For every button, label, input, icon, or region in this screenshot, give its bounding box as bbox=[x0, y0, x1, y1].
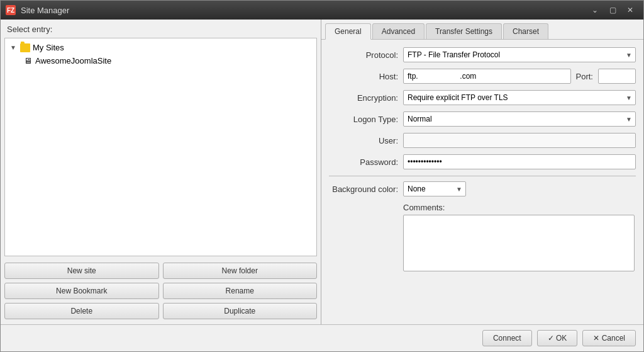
comments-textarea[interactable] bbox=[403, 215, 635, 271]
tab-advanced[interactable]: Advanced bbox=[372, 23, 425, 39]
password-row: Password: bbox=[329, 154, 636, 169]
button-bar: New site New folder New Bookmark Rename … bbox=[1, 258, 321, 324]
folder-icon bbox=[20, 43, 30, 52]
ok-button[interactable]: ✓ OK bbox=[537, 330, 578, 346]
comments-label: Comments: bbox=[403, 203, 636, 212]
bottom-bar: Connect ✓ OK ✕ Cancel bbox=[1, 324, 643, 351]
close-button[interactable]: ✕ bbox=[622, 4, 638, 16]
new-bookmark-button[interactable]: New Bookmark bbox=[4, 283, 159, 299]
encryption-select-wrapper: Require explicit FTP over TLS Use explic… bbox=[403, 90, 636, 105]
logon-type-label: Logon Type: bbox=[329, 115, 398, 124]
encryption-row: Encryption: Require explicit FTP over TL… bbox=[329, 90, 636, 105]
logon-type-row: Logon Type: Normal Anonymous Ask for pas… bbox=[329, 111, 636, 127]
host-input[interactable] bbox=[403, 69, 571, 84]
window-controls: ⌄ ▢ ✕ bbox=[587, 4, 638, 16]
protocol-select-wrapper: FTP - File Transfer Protocol SFTP - SSH … bbox=[403, 47, 636, 62]
title-bar-left: FZ Site Manager bbox=[6, 5, 69, 15]
minimize-button[interactable]: ⌄ bbox=[587, 4, 603, 16]
logon-type-select-wrapper: Normal Anonymous Ask for password Intera… bbox=[403, 111, 636, 127]
comments-area-wrapper bbox=[403, 215, 635, 273]
tree-child-label: AwesomeJoomlaSite bbox=[35, 56, 111, 65]
tree-item-my-sites[interactable]: ▼ My Sites bbox=[5, 41, 316, 54]
app-icon: FZ bbox=[6, 5, 16, 15]
user-row: User: bbox=[329, 133, 636, 148]
tab-charset[interactable]: Charset bbox=[503, 23, 548, 39]
maximize-button[interactable]: ▢ bbox=[604, 4, 621, 16]
tree-item-label: My Sites bbox=[33, 43, 64, 52]
rename-button[interactable]: Rename bbox=[163, 283, 318, 299]
protocol-select[interactable]: FTP - File Transfer Protocol SFTP - SSH … bbox=[403, 47, 636, 62]
delete-button[interactable]: Delete bbox=[4, 303, 159, 319]
right-panel: General Advanced Transfer Settings Chars… bbox=[321, 20, 643, 324]
comments-section: Comments: bbox=[329, 203, 636, 273]
app-icon-text: FZ bbox=[7, 7, 14, 14]
connect-button[interactable]: Connect bbox=[482, 330, 532, 346]
host-label: Host: bbox=[329, 72, 398, 81]
duplicate-button[interactable]: Duplicate bbox=[163, 303, 318, 319]
port-input[interactable] bbox=[598, 69, 636, 84]
tree-arrow: ▼ bbox=[10, 44, 18, 51]
server-icon: 🖥 bbox=[23, 57, 33, 65]
password-label: Password: bbox=[329, 157, 398, 167]
background-color-select[interactable]: None Red Green Blue Yellow Cyan bbox=[403, 181, 466, 196]
site-manager-window: FZ Site Manager ⌄ ▢ ✕ Select entry: ▼ My… bbox=[0, 0, 644, 352]
encryption-label: Encryption: bbox=[329, 93, 398, 103]
content-area: Select entry: ▼ My Sites 🖥 AwesomeJoomla… bbox=[1, 20, 643, 324]
password-input[interactable] bbox=[403, 154, 636, 169]
tab-general[interactable]: General bbox=[325, 23, 371, 40]
tabs: General Advanced Transfer Settings Chars… bbox=[321, 20, 643, 40]
background-color-select-wrapper: None Red Green Blue Yellow Cyan ▼ bbox=[403, 181, 466, 196]
left-panel: Select entry: ▼ My Sites 🖥 AwesomeJoomla… bbox=[1, 20, 321, 324]
encryption-select[interactable]: Require explicit FTP over TLS Use explic… bbox=[403, 90, 636, 105]
logon-type-select[interactable]: Normal Anonymous Ask for password Intera… bbox=[403, 111, 636, 127]
new-folder-button[interactable]: New folder bbox=[163, 263, 318, 279]
background-color-label: Background color: bbox=[329, 185, 398, 194]
user-input[interactable] bbox=[403, 133, 636, 148]
form-area: Protocol: FTP - File Transfer Protocol S… bbox=[321, 40, 643, 324]
background-color-row: Background color: None Red Green Blue Ye… bbox=[329, 181, 636, 196]
site-tree: ▼ My Sites 🖥 AwesomeJoomlaSite bbox=[4, 38, 317, 256]
tree-item-awesomejoomlasite[interactable]: 🖥 AwesomeJoomlaSite bbox=[5, 54, 316, 67]
separator bbox=[329, 176, 636, 176]
user-label: User: bbox=[329, 136, 398, 145]
window-title: Site Manager bbox=[21, 6, 69, 15]
protocol-row: Protocol: FTP - File Transfer Protocol S… bbox=[329, 47, 636, 62]
protocol-label: Protocol: bbox=[329, 50, 398, 60]
new-site-button[interactable]: New site bbox=[4, 263, 159, 279]
host-row: Host: Port: bbox=[329, 69, 636, 84]
port-label: Port: bbox=[576, 72, 593, 81]
cancel-button[interactable]: ✕ Cancel bbox=[582, 330, 636, 346]
tab-transfer-settings[interactable]: Transfer Settings bbox=[426, 23, 502, 39]
left-panel-label: Select entry: bbox=[1, 20, 321, 37]
title-bar: FZ Site Manager ⌄ ▢ ✕ bbox=[1, 1, 643, 20]
